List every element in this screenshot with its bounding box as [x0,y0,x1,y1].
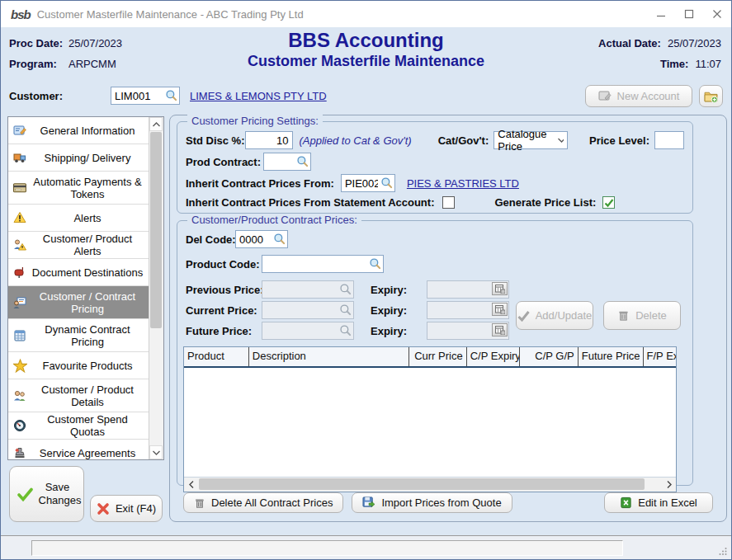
customer-label: Customer: [9,90,63,102]
table-body[interactable] [184,368,676,477]
save-changes-button[interactable]: Save Changes [9,466,84,522]
search-icon-disabled [339,324,352,336]
delete-all-contract-prices-button[interactable]: Delete All Contract Prices [183,492,343,513]
search-icon[interactable] [380,176,393,189]
scroll-left-button[interactable] [184,478,198,491]
header-band: Proc Date:25/07/2023 Program:ARPCMM BBS … [1,27,731,78]
product-code-input[interactable] [262,255,384,273]
customer-name-link[interactable]: LIMES & LEMONS PTY LTD [190,90,327,102]
price-level-input[interactable] [654,131,684,149]
sidebar-item-customer-product-details[interactable]: Customer / Product Details [8,379,149,412]
scroll-down-button[interactable] [149,445,163,459]
statement-account-label: Inherit Contract Prices From Statement A… [186,196,434,209]
sidebar-item-customer-spend-quotas[interactable]: Customer Spend Quotas [8,412,149,440]
delete-button[interactable]: Delete [603,301,681,330]
cat-gov-select[interactable]: Catalogue Price [494,131,568,149]
price-level-label: Price Level: [589,134,649,147]
generate-price-list-checkbox[interactable] [602,196,615,209]
std-disc-input[interactable] [245,131,293,149]
prod-contract-label: Prod Contract: [186,156,263,168]
pricing-grid-icon [12,329,28,342]
maximize-icon [684,9,694,19]
app-window: bsb Customer Masterfile Maintenance - AB… [0,0,732,560]
save-changes-label: Save Changes [39,481,77,507]
column-header-description[interactable]: Description [249,347,409,366]
edit-in-excel-button[interactable]: Edit in Excel [604,492,713,513]
sidebar-item-alerts[interactable]: Alerts [8,205,149,232]
scroll-right-button[interactable] [662,478,676,491]
sidebar-item-service-agreements[interactable]: Service Agreements [8,440,149,459]
contract-prices-table: Product Description Curr Price C/P Expir… [183,346,677,492]
maximize-button[interactable] [675,2,703,26]
id-card-edit-icon [12,124,28,137]
column-header-cp-expiry[interactable]: C/P Expiry [467,347,520,366]
sidebar-item-dynamic-contract-pricing[interactable]: Dynamic Contract Pricing [8,319,149,352]
inherit-from-link[interactable]: PIES & PASTRIES LTD [407,177,519,190]
del-code-label: Del Code: [186,233,235,246]
sidebar-item-automatic-payments[interactable]: Automatic Payments & Tokens [8,172,149,205]
status-message-field [31,540,623,556]
sidebar-item-label: Document Destinations [28,265,147,280]
open-account-button[interactable] [699,85,723,107]
expiry-label: Expiry: [371,304,412,317]
title-bar: bsb Customer Masterfile Maintenance - AB… [1,1,731,27]
close-button[interactable] [703,2,731,26]
close-icon [712,9,722,19]
calendar-button[interactable] [492,303,508,316]
check-icon [17,487,33,501]
search-icon[interactable] [165,89,177,101]
add-update-button[interactable]: Add/Update [516,301,593,330]
column-header-product[interactable]: Product [184,347,249,366]
resize-grip[interactable] [719,547,727,555]
search-icon[interactable] [296,155,309,167]
statement-account-checkbox[interactable] [442,196,455,209]
search-icon[interactable] [369,257,381,270]
minimize-button[interactable] [647,2,675,26]
column-header-future-price[interactable]: Future Price [579,347,644,366]
cat-gov-value: Catalogue Price [498,128,558,153]
sidebar-item-favourite-products[interactable]: Favourite Products [8,352,149,379]
table-horizontal-scrollbar[interactable] [184,477,676,492]
calendar-button[interactable] [492,282,508,295]
main-panel: Customer Pricing Settings: Std Disc %: (… [169,115,727,522]
std-disc-label: Std Disc %: [186,134,245,147]
scroll-up-button[interactable] [149,117,163,131]
column-header-cp-gp[interactable]: C/P G/P [520,347,579,366]
sidebar-item-label: Shipping/ Delivery [28,150,147,166]
truck-icon [12,151,28,164]
minimize-icon [656,9,666,19]
search-icon-disabled [339,283,352,295]
sidebar-item-document-destinations[interactable]: Document Destinations [8,259,149,286]
calendar-icon [495,305,505,314]
import-prices-from-quote-button[interactable]: Import Prices from Quote [352,492,512,513]
new-account-button[interactable]: New Account [585,85,692,107]
column-header-fp-ex[interactable]: F/P Ex [644,347,676,366]
mailbox-icon [12,266,28,279]
calendar-button[interactable] [492,323,508,336]
warning-icon [12,211,28,224]
sidebar-item-customer-contract-pricing[interactable]: Customer / Contract Pricing [8,286,149,319]
chevron-down-icon [153,450,160,455]
check-icon [604,198,614,208]
scroll-thumb[interactable] [199,478,645,490]
exit-label: Exit (F4) [116,502,156,515]
folder-add-icon [704,89,718,103]
contract-prices-group: Customer/Product Contract Prices: Del Co… [177,220,693,486]
column-header-curr-price[interactable]: Curr Price [409,347,467,366]
sidebar: General Information Shipping/ Delivery A… [7,116,164,460]
people-warning-icon [12,238,28,252]
sidebar-item-customer-product-alerts[interactable]: Customer/ Product Alerts [8,232,149,259]
new-account-label: New Account [617,90,680,102]
sidebar-scrollbar[interactable] [149,117,163,459]
edit-in-excel-label: Edit in Excel [638,496,697,509]
sidebar-item-shipping-delivery[interactable]: Shipping/ Delivery [8,144,149,172]
sidebar-item-label: Alerts [28,210,147,226]
trash-icon [617,309,630,322]
search-icon-disabled [339,304,352,316]
exit-button[interactable]: Exit (F4) [90,495,163,522]
actual-date-value: 25/07/2023 [668,37,721,49]
sidebar-item-general-information[interactable]: General Information [8,117,149,144]
scroll-thumb[interactable] [150,132,162,328]
search-icon[interactable] [273,233,286,245]
group-legend: Customer Pricing Settings: [187,115,323,127]
